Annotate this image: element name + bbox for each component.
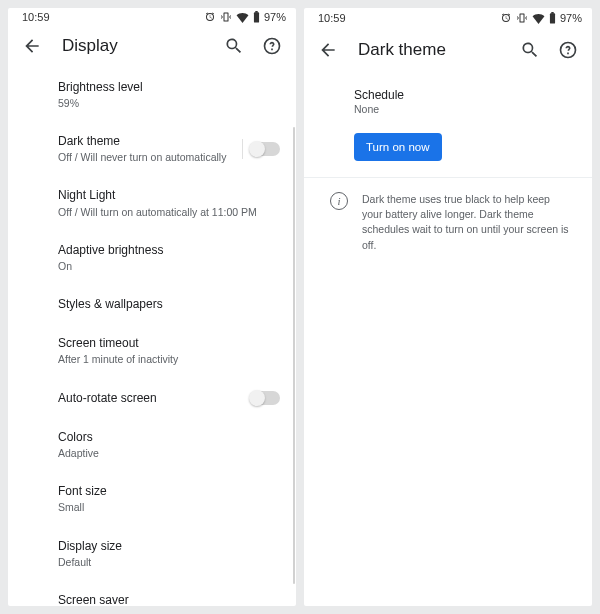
status-time: 10:59 [318,12,346,24]
back-button[interactable] [316,38,340,62]
info-icon: i [330,192,348,210]
item-subtitle: Off / Will turn on automatically at 11:0… [58,205,280,219]
settings-list-container[interactable]: Brightness level59%Dark themeOff / Will … [8,67,296,606]
search-button[interactable] [222,34,246,58]
help-icon [558,40,578,60]
svg-rect-1 [255,11,258,13]
battery-percent: 97% [560,12,582,24]
svg-rect-3 [551,12,554,14]
app-bar: Display [8,26,296,66]
info-text: Dark theme uses true black to help keep … [362,192,576,253]
display-settings-screen: 10:59 97% Display Brightness level59%Dar… [8,8,296,606]
schedule-row[interactable]: Schedule None [354,76,576,127]
svg-rect-2 [550,13,555,23]
search-icon [224,36,244,56]
item-subtitle: After 1 minute of inactivity [58,352,280,366]
settings-item[interactable]: Auto-rotate screen [58,378,280,417]
settings-item[interactable]: Styles & wallpapers [58,284,280,323]
item-title: Screen timeout [58,335,280,351]
battery-percent: 97% [264,11,286,23]
settings-item[interactable]: ColorsAdaptive [58,417,280,471]
item-title: Display size [58,538,280,554]
item-title: Styles & wallpapers [58,296,280,312]
settings-item[interactable]: Brightness level59% [58,67,280,121]
arrow-back-icon [318,40,338,60]
settings-item[interactable]: Display sizeDefault [58,526,280,580]
item-title: Dark theme [58,133,240,149]
item-title: Night Light [58,187,280,203]
item-subtitle: Adaptive [58,446,280,460]
item-title: Font size [58,483,280,499]
search-icon [520,40,540,60]
item-subtitle: On [58,259,280,273]
battery-icon [253,11,260,23]
toggle-switch[interactable] [250,142,280,156]
settings-item[interactable]: Screen saverClock [58,580,280,606]
svg-rect-0 [254,12,259,22]
settings-item[interactable]: Night LightOff / Will turn on automatica… [58,175,280,229]
turn-on-now-button[interactable]: Turn on now [354,133,442,161]
item-subtitle: Default [58,555,280,569]
page-title: Display [62,36,204,56]
info-block: i Dark theme uses true black to help kee… [304,178,592,253]
back-button[interactable] [20,34,44,58]
settings-item[interactable]: Screen timeoutAfter 1 minute of inactivi… [58,323,280,377]
help-button[interactable] [556,38,580,62]
settings-item[interactable]: Adaptive brightnessOn [58,230,280,284]
wifi-icon [236,12,249,23]
item-title: Adaptive brightness [58,242,280,258]
item-subtitle: 59% [58,96,280,110]
alarm-icon [204,11,216,23]
arrow-back-icon [22,36,42,56]
schedule-value: None [354,103,576,115]
item-subtitle: Off / Will never turn on automatically [58,150,240,164]
status-bar: 10:59 97% [304,8,592,28]
item-title: Brightness level [58,79,280,95]
item-subtitle: Small [58,500,280,514]
status-time: 10:59 [22,11,50,23]
settings-item[interactable]: Dark themeOff / Will never turn on autom… [58,121,280,175]
toggle-switch[interactable] [250,391,280,405]
page-title: Dark theme [358,40,500,60]
status-icons: 97% [204,11,286,23]
vibration-icon [220,11,232,23]
item-title: Colors [58,429,280,445]
vibration-icon [516,12,528,24]
alarm-icon [500,12,512,24]
wifi-icon [532,13,545,24]
item-title: Screen saver [58,592,280,606]
help-icon [262,36,282,56]
scrollbar[interactable] [293,127,295,584]
settings-item[interactable]: Font sizeSmall [58,471,280,525]
search-button[interactable] [518,38,542,62]
schedule-label: Schedule [354,88,576,102]
status-bar: 10:59 97% [8,8,296,26]
dark-theme-content: Schedule None Turn on now i Dark theme u… [304,72,592,606]
item-title: Auto-rotate screen [58,390,240,406]
help-button[interactable] [260,34,284,58]
dark-theme-screen: 10:59 97% Dark theme Schedule None [304,8,592,606]
battery-icon [549,12,556,24]
app-bar: Dark theme [304,28,592,72]
status-icons: 97% [500,12,582,24]
